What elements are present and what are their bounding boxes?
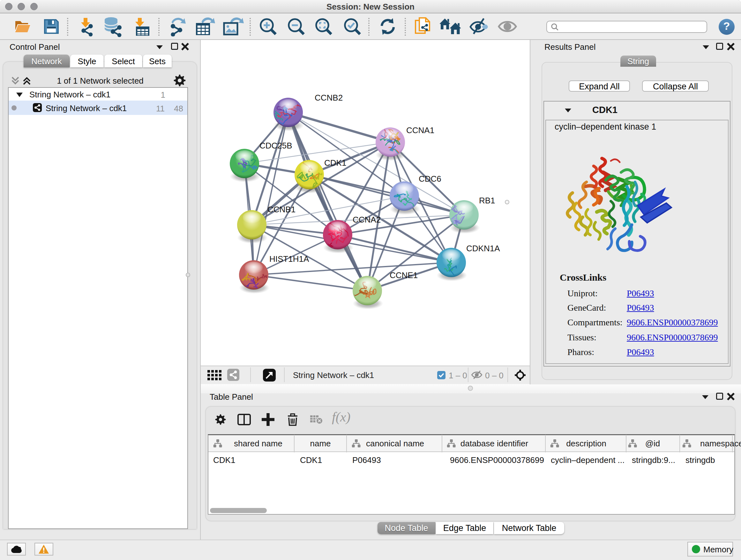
svg-text:CDC6: CDC6 [419, 174, 441, 184]
svg-text:CDK1: CDK1 [324, 158, 346, 168]
svg-text:CDKN1A: CDKN1A [466, 244, 500, 253]
svg-text:CCNE1: CCNE1 [390, 270, 418, 280]
svg-text:RB1: RB1 [479, 196, 495, 205]
svg-text:HIST1H1A: HIST1H1A [269, 254, 309, 264]
svg-text:CCNA2: CCNA2 [353, 215, 381, 225]
svg-text:CCNB1: CCNB1 [267, 205, 295, 214]
svg-text:CDC25B: CDC25B [259, 141, 292, 150]
svg-text:CCNA1: CCNA1 [406, 125, 434, 135]
svg-text:CCNB2: CCNB2 [315, 93, 343, 103]
